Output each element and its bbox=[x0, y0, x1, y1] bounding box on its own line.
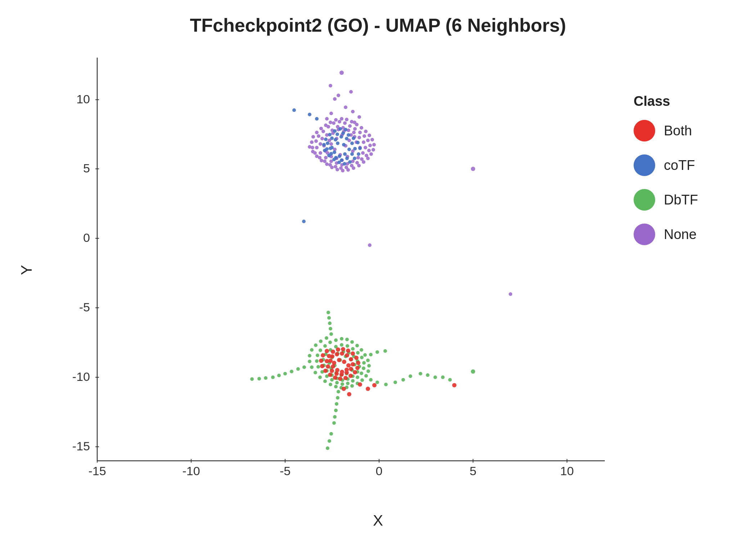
svg-point-70 bbox=[314, 139, 318, 143]
svg-point-325 bbox=[325, 359, 329, 363]
svg-point-339 bbox=[333, 375, 337, 380]
svg-text:-10: -10 bbox=[182, 464, 200, 478]
both-points-lower bbox=[319, 347, 456, 396]
legend-item-dbtf: DbTF bbox=[634, 189, 734, 211]
svg-point-292 bbox=[250, 377, 254, 381]
svg-point-255 bbox=[329, 383, 332, 386]
svg-point-103 bbox=[340, 117, 343, 121]
svg-point-322 bbox=[334, 372, 339, 376]
svg-point-271 bbox=[409, 374, 412, 378]
svg-point-98 bbox=[315, 131, 319, 134]
x-axis-label: X bbox=[373, 512, 383, 529]
svg-point-277 bbox=[335, 402, 338, 406]
legend: Class Both coTF DbTF None bbox=[634, 94, 734, 258]
svg-point-173 bbox=[332, 158, 336, 161]
svg-point-289 bbox=[271, 375, 275, 379]
svg-point-257 bbox=[318, 375, 322, 379]
svg-point-174 bbox=[327, 154, 331, 157]
svg-point-326 bbox=[327, 354, 331, 358]
svg-point-220 bbox=[360, 356, 364, 359]
legend-item-both: Both bbox=[634, 120, 734, 141]
svg-point-128 bbox=[329, 84, 332, 87]
svg-point-345 bbox=[325, 349, 329, 353]
svg-point-347 bbox=[366, 387, 370, 391]
svg-point-129 bbox=[349, 90, 353, 94]
svg-point-164 bbox=[347, 133, 350, 137]
svg-text:10: 10 bbox=[560, 464, 574, 478]
svg-point-286 bbox=[290, 370, 293, 373]
svg-point-336 bbox=[348, 374, 353, 378]
chart-container: TFcheckpoint2 (GO) - UMAP (6 Neighbors) … bbox=[0, 0, 756, 540]
y-axis-label: Y bbox=[18, 265, 35, 275]
legend-item-none: None bbox=[634, 224, 734, 245]
svg-point-299 bbox=[448, 378, 452, 382]
svg-text:-10: -10 bbox=[72, 370, 90, 383]
svg-point-109 bbox=[368, 134, 371, 137]
svg-text:-5: -5 bbox=[79, 300, 90, 314]
svg-point-130 bbox=[337, 94, 340, 97]
svg-point-138 bbox=[471, 167, 475, 171]
svg-point-135 bbox=[329, 112, 333, 115]
svg-point-328 bbox=[336, 347, 340, 352]
svg-point-78 bbox=[353, 127, 357, 131]
svg-point-161 bbox=[330, 136, 334, 140]
svg-point-229 bbox=[330, 378, 334, 382]
svg-point-177 bbox=[324, 138, 328, 141]
svg-point-136 bbox=[353, 121, 356, 124]
svg-point-245 bbox=[366, 359, 370, 362]
svg-point-182 bbox=[302, 220, 306, 223]
none-label: None bbox=[664, 227, 697, 242]
svg-point-273 bbox=[375, 350, 379, 354]
cotf-label: coTF bbox=[664, 158, 695, 173]
svg-point-261 bbox=[308, 354, 311, 357]
svg-point-332 bbox=[354, 356, 359, 360]
svg-point-92 bbox=[323, 159, 327, 163]
svg-point-185 bbox=[315, 117, 319, 121]
svg-point-350 bbox=[342, 387, 346, 391]
svg-point-169 bbox=[353, 157, 356, 160]
svg-point-83 bbox=[367, 149, 371, 152]
svg-point-183 bbox=[292, 108, 296, 112]
svg-point-61 bbox=[356, 156, 360, 159]
svg-point-121 bbox=[330, 166, 334, 169]
svg-point-238 bbox=[334, 338, 338, 342]
svg-point-316 bbox=[345, 353, 349, 357]
svg-point-225 bbox=[351, 379, 355, 383]
svg-point-50 bbox=[320, 137, 324, 140]
svg-point-148 bbox=[329, 147, 332, 150]
dbtf-points-lower bbox=[250, 311, 475, 450]
svg-point-56 bbox=[352, 131, 356, 134]
svg-point-100 bbox=[324, 123, 328, 127]
svg-text:5: 5 bbox=[83, 161, 90, 175]
svg-point-296 bbox=[327, 316, 331, 320]
svg-point-344 bbox=[321, 353, 325, 357]
svg-point-181 bbox=[344, 128, 347, 131]
svg-point-283 bbox=[326, 446, 329, 450]
svg-point-101 bbox=[329, 121, 332, 124]
svg-point-297 bbox=[327, 311, 330, 314]
svg-point-72 bbox=[321, 130, 325, 133]
svg-text:0: 0 bbox=[376, 464, 383, 478]
svg-point-152 bbox=[350, 141, 354, 145]
svg-point-342 bbox=[320, 364, 324, 368]
svg-point-293 bbox=[329, 332, 333, 336]
svg-point-246 bbox=[367, 364, 371, 368]
svg-point-234 bbox=[316, 354, 319, 357]
svg-point-265 bbox=[325, 336, 328, 340]
svg-point-57 bbox=[357, 136, 361, 139]
svg-text:-5: -5 bbox=[280, 464, 291, 478]
svg-point-172 bbox=[337, 161, 341, 164]
svg-point-222 bbox=[362, 366, 365, 370]
svg-point-218 bbox=[351, 347, 355, 351]
svg-point-272 bbox=[369, 353, 373, 356]
svg-text:0: 0 bbox=[83, 231, 90, 244]
svg-point-162 bbox=[336, 132, 339, 136]
svg-point-111 bbox=[372, 143, 376, 147]
svg-point-67 bbox=[324, 156, 328, 159]
svg-point-306 bbox=[342, 360, 346, 364]
svg-point-343 bbox=[319, 359, 323, 363]
svg-point-147 bbox=[333, 150, 336, 154]
svg-point-221 bbox=[362, 361, 366, 365]
svg-point-251 bbox=[350, 384, 354, 388]
svg-point-284 bbox=[302, 365, 306, 369]
